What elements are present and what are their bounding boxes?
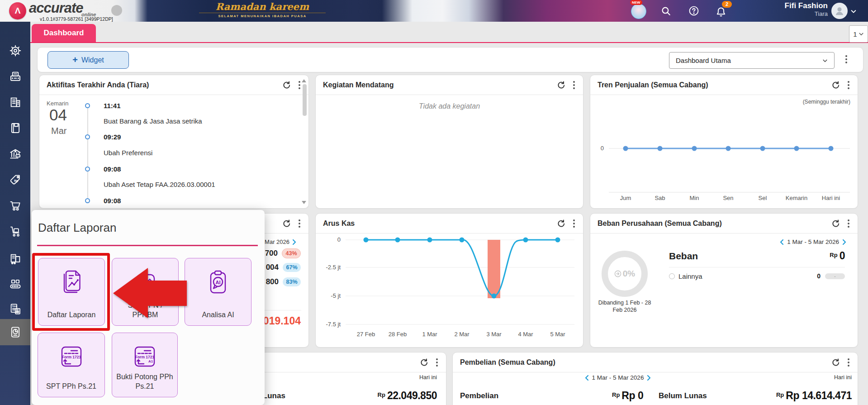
- widget-title: Pembelian (Semua Cabang): [460, 358, 555, 367]
- decorative-dot: [111, 5, 122, 16]
- user-avatar[interactable]: [831, 3, 848, 19]
- asset-building-icon: [9, 252, 22, 266]
- currency-label: Rp: [378, 391, 385, 398]
- sidebar-item-cash-register[interactable]: [0, 66, 30, 87]
- progress-row: 004 67%: [266, 263, 301, 272]
- date-range-nav[interactable]: 5 Mar 2026: [260, 238, 297, 245]
- tile-spt-pph-ps21[interactable]: Form 1721 SPT PPh Ps.21: [38, 333, 105, 397]
- refresh-icon[interactable]: [419, 358, 428, 367]
- refresh-icon[interactable]: [556, 81, 565, 89]
- widget-beban-perusahaan: Beban Perusahaan (Semua Cabang) 1 Mar - …: [590, 213, 858, 348]
- kebab-menu-icon[interactable]: [298, 219, 301, 229]
- chevron-left-icon[interactable]: [584, 375, 589, 381]
- legend-dot-icon: [669, 273, 675, 279]
- total-amount: 019.104: [263, 315, 301, 327]
- widget-header: Aktifitas Terakhir Anda (Tiara): [39, 75, 308, 95]
- row-amount: RpRp 0: [612, 390, 643, 402]
- cashflow-bar: [488, 240, 500, 298]
- chevron-left-icon[interactable]: [779, 239, 784, 245]
- page-selector[interactable]: 1: [849, 25, 868, 43]
- svg-text:28 Feb: 28 Feb: [389, 331, 407, 338]
- sidebar-item-banking[interactable]: [0, 143, 30, 165]
- widget-title: Kegiatan Mendatang: [323, 81, 394, 89]
- tile-bukti-potong-pph-ps21[interactable]: Form 1721 A1 Bukti Potong PPh Ps.21: [112, 333, 178, 397]
- user-block[interactable]: Fifi Fashion Tiara: [785, 1, 828, 18]
- widget-aktifitas-terakhir: Aktifitas Terakhir Anda (Tiara) Kemarin …: [39, 75, 309, 209]
- add-widget-button[interactable]: + Widget: [47, 51, 129, 69]
- tile-analisa-ai[interactable]: AI Analisa AI: [185, 258, 251, 326]
- empty-state-text: Tidak ada kegiatan: [316, 102, 583, 110]
- banner-subtitle: SELAMAT MENUNAIKAN IBADAH PUASA: [199, 13, 326, 18]
- form-1721-icon: Form 1721: [59, 344, 84, 369]
- svg-text:A1: A1: [148, 359, 153, 363]
- dashboard-select[interactable]: Dashboard Utama: [669, 52, 835, 69]
- page-number: 1: [853, 30, 857, 38]
- kebab-menu-icon[interactable]: [847, 357, 850, 367]
- refresh-icon[interactable]: [831, 358, 840, 367]
- scroll-down-icon[interactable]: [302, 201, 306, 204]
- period-label: Hari ini: [419, 374, 437, 381]
- chevron-right-icon[interactable]: [647, 375, 651, 381]
- svg-text:Kemarin: Kemarin: [786, 195, 807, 201]
- promo-avatar-icon[interactable]: [631, 4, 646, 19]
- sidebar-item-journal[interactable]: [0, 117, 30, 139]
- trend-icon: [614, 270, 621, 277]
- kebab-menu-icon[interactable]: [847, 219, 850, 229]
- logo-glyph: Λ: [15, 6, 21, 16]
- tab-label: Dashboard: [44, 29, 84, 38]
- sidebar-item-sales[interactable]: Rp: [0, 169, 30, 191]
- sidebar-item-tax[interactable]: TAX: [0, 298, 30, 320]
- widget-title: Beban Perusahaan (Semua Cabang): [598, 219, 722, 228]
- sidebar-item-company[interactable]: [0, 91, 30, 113]
- sidebar-item-manufacturing[interactable]: [0, 273, 30, 295]
- x-axis-labels: 27 Feb 28 Feb 1 Mar 2 Mar 3 Mar 4 Mar 5 …: [357, 331, 566, 338]
- sidebar-item-inventory[interactable]: [0, 220, 30, 242]
- sidebar-item-reports[interactable]: [0, 319, 30, 345]
- accurate-logo-icon[interactable]: Λ: [9, 2, 26, 19]
- widget-header: Kegiatan Mendatang: [316, 75, 583, 95]
- widget-title: Aktifitas Terakhir Anda (Tiara): [47, 81, 149, 89]
- tile-spt-ppn-ppnbm[interactable]: SPT PPN / PPNBM: [112, 258, 179, 326]
- beban-donut-chart: 0%: [602, 251, 648, 297]
- svg-text:4 Mar: 4 Mar: [518, 331, 533, 338]
- arus-kas-chart: 0 -2.5 jt -5 jt -7.5 jt 27 Feb 28 Feb 1 …: [316, 214, 583, 347]
- activity-time: 11:41: [104, 102, 121, 110]
- chevron-right-icon[interactable]: [292, 239, 297, 245]
- sidebar-item-fixed-assets[interactable]: [0, 248, 30, 270]
- popup-title-underline: [37, 245, 258, 246]
- legend-bar: -: [825, 273, 845, 279]
- kebab-menu-icon[interactable]: [572, 80, 576, 90]
- activity-time: 09:29: [104, 133, 121, 141]
- refresh-icon[interactable]: [282, 81, 290, 89]
- activity-desc[interactable]: Buat Barang & Jasa Jasa setrika: [104, 117, 202, 125]
- refresh-icon[interactable]: [282, 219, 290, 228]
- book-icon: [9, 121, 22, 135]
- user-menu-chevron-icon[interactable]: [850, 8, 857, 14]
- sidebar-item-purchases[interactable]: [0, 195, 30, 216]
- row-amount: Rp22.049.850: [378, 390, 437, 402]
- timeline-dot: [85, 198, 90, 203]
- activity-desc[interactable]: Ubah Aset Tetap FAA.2026.03.00001: [104, 181, 215, 188]
- scrollbar-thumb[interactable]: [303, 84, 307, 116]
- toolbar-kebab-menu[interactable]: [844, 54, 848, 64]
- svg-text:Sel: Sel: [759, 195, 767, 201]
- scroll-up-icon[interactable]: [302, 79, 306, 82]
- help-icon[interactable]: [688, 5, 699, 16]
- percent-badge: 67%: [283, 263, 301, 272]
- widget-arus-kas: Arus Kas 0 -2.5 jt -5 jt -7.5 jt: [315, 213, 583, 348]
- tile-daftar-laporan[interactable]: Daftar Laporan: [38, 258, 105, 326]
- tab-dashboard[interactable]: Dashboard: [32, 24, 96, 42]
- report-chart-icon: [59, 269, 84, 295]
- svg-text:AI: AI: [216, 280, 221, 285]
- notification-bell-icon[interactable]: [716, 6, 726, 17]
- widget-tren-penjualan: Tren Penjualan (Semua Cabang) (Seminggu …: [590, 75, 858, 209]
- refresh-icon[interactable]: [831, 219, 840, 228]
- activity-desc[interactable]: Ubah Preferensi: [104, 149, 152, 157]
- chevron-right-icon[interactable]: [842, 239, 847, 245]
- kebab-menu-icon[interactable]: [298, 80, 301, 90]
- search-icon[interactable]: [660, 5, 671, 16]
- timeline-dot: [85, 167, 90, 172]
- kebab-menu-icon[interactable]: [435, 357, 439, 367]
- document-pen-icon: [133, 269, 158, 295]
- sidebar-item-settings[interactable]: [0, 40, 30, 62]
